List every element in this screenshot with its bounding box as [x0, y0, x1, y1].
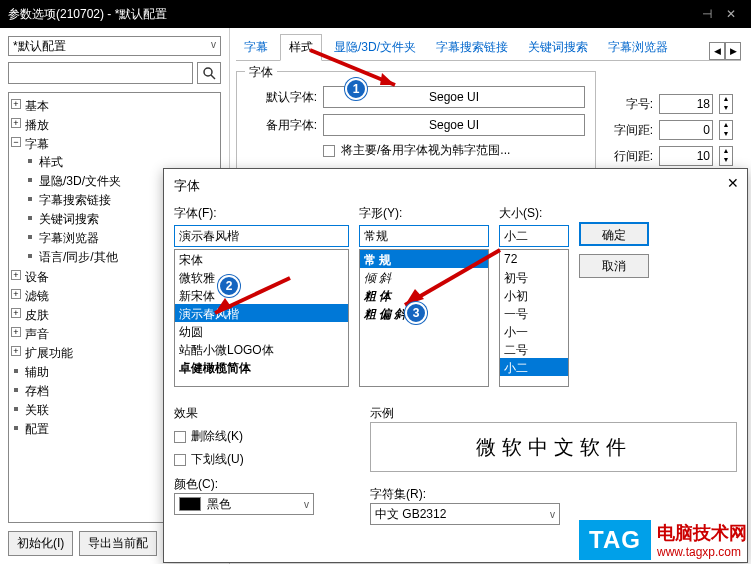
tree-visibility[interactable]: 显隐/3D/文件夹	[39, 174, 121, 188]
size-listbox[interactable]: 72 初号 小初 一号 小一 二号 小二	[499, 249, 569, 387]
hanja-checkbox[interactable]	[323, 145, 335, 157]
expand-icon[interactable]: +	[11, 118, 21, 128]
font-listbox[interactable]: 宋体 微软雅 新宋体 演示春风楷 幼圆 站酷小微LOGO体 卓健橄榄简体	[174, 249, 349, 387]
underline-label: 下划线(U)	[191, 451, 244, 468]
pin-icon[interactable]: ⊣	[695, 7, 719, 21]
tree-subtitle[interactable]: 字幕	[25, 137, 49, 151]
list-item[interactable]: 宋体	[175, 250, 348, 268]
line-spacing-input[interactable]	[659, 146, 713, 166]
expand-icon[interactable]: +	[11, 327, 21, 337]
tree-search-link[interactable]: 字幕搜索链接	[39, 193, 111, 207]
list-item[interactable]: 新宋体	[175, 286, 348, 304]
tab-next[interactable]: ▶	[725, 42, 741, 60]
callout-1: 1	[345, 78, 367, 100]
search-icon	[202, 66, 216, 80]
window-title: 参数选项(210702) - *默认配置	[8, 6, 695, 23]
title-bar: 参数选项(210702) - *默认配置 ⊣ ✕	[0, 0, 751, 28]
tab-search-link[interactable]: 字幕搜索链接	[428, 35, 516, 60]
underline-checkbox[interactable]	[174, 454, 186, 466]
charset-label: 字符集(R):	[370, 486, 737, 503]
tree-style[interactable]: 样式	[39, 155, 63, 169]
reset-button[interactable]: 初始化(I)	[8, 531, 73, 556]
list-item[interactable]: 初号	[500, 268, 568, 286]
tab-style[interactable]: 样式	[280, 34, 322, 61]
svg-point-0	[204, 68, 212, 76]
sample-preview: 微软中文软件	[370, 422, 737, 472]
spacing-input[interactable]	[659, 120, 713, 140]
tree-assoc[interactable]: 关联	[25, 403, 49, 417]
backup-font-label: 备用字体:	[247, 117, 317, 134]
strikethrough-label: 删除线(K)	[191, 428, 243, 445]
tree-keyword-search[interactable]: 关键词搜索	[39, 212, 99, 226]
backup-font-button[interactable]: Segoe UI	[323, 114, 585, 136]
list-item[interactable]: 小二	[500, 358, 568, 376]
tree-ext[interactable]: 扩展功能	[25, 346, 73, 360]
tab-browser[interactable]: 字幕浏览器	[600, 35, 676, 60]
list-item[interactable]: 倾 斜	[360, 268, 488, 286]
expand-icon[interactable]: +	[11, 289, 21, 299]
list-item[interactable]: 小初	[500, 286, 568, 304]
tab-visibility[interactable]: 显隐/3D/文件夹	[326, 35, 424, 60]
ok-button[interactable]: 确定	[579, 222, 649, 246]
callout-2: 2	[218, 275, 240, 297]
tree-archive[interactable]: 存档	[25, 384, 49, 398]
size-input[interactable]	[659, 94, 713, 114]
watermark-tag: TAG	[579, 520, 651, 560]
list-item[interactable]: 卓健橄榄简体	[175, 358, 348, 376]
style-input[interactable]	[359, 225, 489, 247]
expand-icon[interactable]: +	[11, 99, 21, 109]
expand-icon[interactable]: +	[11, 270, 21, 280]
list-item[interactable]: 微软雅	[175, 268, 348, 286]
tree-skin[interactable]: 皮肤	[25, 308, 49, 322]
list-item[interactable]: 二号	[500, 340, 568, 358]
color-select[interactable]: 黑色	[174, 493, 314, 515]
spinner[interactable]: ▲▼	[719, 146, 733, 166]
search-button[interactable]	[197, 62, 221, 84]
config-select[interactable]: *默认配置	[8, 36, 221, 56]
tree-device[interactable]: 设备	[25, 270, 49, 284]
color-swatch	[179, 497, 201, 511]
tree-filter[interactable]: 滤镜	[25, 289, 49, 303]
hanja-label: 将主要/备用字体视为韩字范围...	[341, 142, 510, 159]
effects-label: 效果	[174, 405, 354, 422]
dialog-title: 字体	[174, 177, 737, 195]
tab-keyword-search[interactable]: 关键词搜索	[520, 35, 596, 60]
close-icon[interactable]: ✕	[719, 7, 743, 21]
font-input[interactable]	[174, 225, 349, 247]
expand-icon[interactable]: +	[11, 346, 21, 356]
tree-sound[interactable]: 声音	[25, 327, 49, 341]
list-item[interactable]: 72	[500, 250, 568, 268]
tree-playback[interactable]: 播放	[25, 118, 49, 132]
line-spacing-label: 行间距:	[603, 148, 653, 165]
list-item[interactable]: 一号	[500, 304, 568, 322]
list-item[interactable]: 常 规	[360, 250, 488, 268]
tab-subtitle[interactable]: 字幕	[236, 35, 276, 60]
tree-language-sync[interactable]: 语言/同步/其他	[39, 250, 118, 264]
charset-select[interactable]: 中文 GB2312	[370, 503, 560, 525]
list-item[interactable]: 演示春风楷	[175, 304, 348, 322]
spacing-label: 字间距:	[603, 122, 653, 139]
tree-config[interactable]: 配置	[25, 422, 49, 436]
size-list-label: 大小(S):	[499, 205, 569, 222]
strikethrough-checkbox[interactable]	[174, 431, 186, 443]
dialog-close-icon[interactable]: ✕	[727, 175, 739, 191]
list-item[interactable]: 幼圆	[175, 322, 348, 340]
export-button[interactable]: 导出当前配	[79, 531, 157, 556]
tree-basic[interactable]: 基本	[25, 99, 49, 113]
expand-icon[interactable]: +	[11, 308, 21, 318]
spinner[interactable]: ▲▼	[719, 94, 733, 114]
watermark-line2: www.tagxp.com	[657, 545, 741, 559]
tab-prev[interactable]: ◀	[709, 42, 725, 60]
cancel-button[interactable]: 取消	[579, 254, 649, 278]
search-input[interactable]	[8, 62, 193, 84]
collapse-icon[interactable]: −	[11, 137, 21, 147]
default-font-label: 默认字体:	[247, 89, 317, 106]
sample-label: 示例	[370, 405, 737, 422]
tree-assist[interactable]: 辅助	[25, 365, 49, 379]
list-item[interactable]: 小一	[500, 322, 568, 340]
list-item[interactable]: 站酷小微LOGO体	[175, 340, 348, 358]
list-item[interactable]: 粗 体	[360, 286, 488, 304]
size-input[interactable]	[499, 225, 569, 247]
spinner[interactable]: ▲▼	[719, 120, 733, 140]
tree-browser[interactable]: 字幕浏览器	[39, 231, 99, 245]
